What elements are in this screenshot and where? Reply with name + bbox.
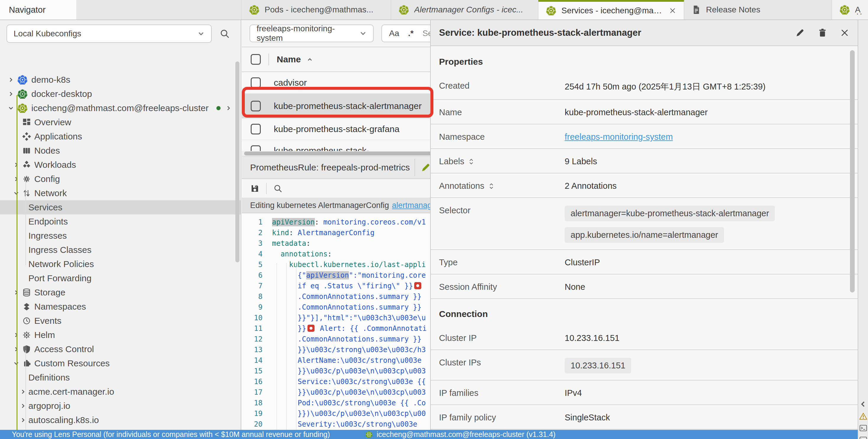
sidebar-item-label: Network: [34, 188, 67, 198]
sidebar-item-argoproj-io[interactable]: argoproj.io: [0, 399, 241, 413]
tab-pods-icecheng-mathmas[interactable]: Pods - icecheng@mathmas...: [242, 0, 391, 20]
sidebar-item-autoscaling-k8s-io[interactable]: autoscaling.k8s.io: [0, 413, 241, 427]
toolbar-divider: [266, 183, 267, 194]
terminal-icon[interactable]: [859, 436, 867, 439]
sort-icon[interactable]: [468, 158, 474, 165]
detail-row-name: Namekube-prometheus-stack-alertmanager: [431, 100, 858, 124]
sidebar-item-custom-resources[interactable]: Custom Resources: [0, 356, 241, 370]
chevron-down-icon[interactable]: [6, 105, 16, 111]
warning-icon[interactable]: [859, 412, 867, 420]
sidebar-item-docker-desktop[interactable]: docker-desktop: [0, 87, 241, 101]
detail-row-cluster-ip: Cluster IP10.233.16.151: [431, 326, 858, 350]
sidebar-item-label: Ingress Classes: [28, 245, 91, 255]
sidebar-item-storage[interactable]: Storage: [0, 285, 241, 300]
sidebar-item-definitions[interactable]: Definitions: [0, 370, 241, 385]
shield-icon: [21, 345, 33, 353]
collapse-icon[interactable]: [859, 400, 867, 408]
chevron-right-icon[interactable]: [12, 162, 21, 168]
row-checkbox[interactable]: [251, 77, 261, 88]
active-cluster-indicator-line: [17, 95, 18, 430]
sidebar-item-overview[interactable]: Overview: [0, 115, 241, 129]
bar-divider: [414, 159, 415, 176]
sort-icon[interactable]: [488, 182, 494, 190]
sidebar-item-acme-cert-manager-io[interactable]: acme.cert-manager.io: [0, 385, 241, 399]
line-number: 12: [242, 334, 270, 344]
chevron-right-icon[interactable]: [12, 176, 21, 182]
sidebar-item-workloads[interactable]: Workloads: [0, 158, 241, 172]
tab-services-icecheng-math[interactable]: Services - icecheng@math...: [538, 0, 684, 20]
row-checkbox[interactable]: [251, 145, 261, 151]
sidebar-item-label: Network Policies: [28, 259, 94, 269]
detail-scrollbar[interactable]: [850, 50, 855, 293]
sidebar-item-label: Services: [28, 202, 62, 212]
search-icon[interactable]: [219, 28, 230, 39]
namespace-link[interactable]: freeleaps-monitoring-system: [565, 132, 673, 141]
chevron-down-icon[interactable]: [12, 361, 21, 366]
row-label: Type: [439, 258, 458, 267]
tree-guide-line: [25, 180, 26, 265]
namespace-select[interactable]: freeleaps-monitoring-system: [250, 25, 374, 42]
sidebar-item-nodes[interactable]: Nodes: [0, 143, 241, 158]
helm-icon: [21, 331, 33, 339]
tab-release-notes[interactable]: Release Notes: [684, 0, 832, 20]
sidebar-item-events[interactable]: Events: [0, 314, 241, 328]
tab-alertmanager-configs-icec[interactable]: Alertmanager Configs - icec...: [391, 0, 538, 20]
regex-icon[interactable]: .*: [408, 29, 413, 38]
right-toolbar-strip: [858, 20, 868, 439]
sidebar-scrollbar[interactable]: [235, 62, 240, 262]
name-column-header[interactable]: Name: [277, 54, 301, 64]
chevron-right-icon[interactable]: [12, 346, 21, 352]
delete-icon[interactable]: [817, 28, 828, 38]
terminal-icon[interactable]: [859, 424, 867, 432]
chevron-right-icon[interactable]: [225, 105, 231, 111]
kubeconfig-select-value: Local Kubeconfigs: [13, 29, 81, 38]
sidebar-item-network[interactable]: Network: [0, 186, 241, 200]
select-all-checkbox[interactable]: [251, 54, 261, 65]
line-number: 2: [242, 228, 270, 238]
sidebar-item-label: Ingresses: [28, 231, 67, 241]
sidebar-item-cert-manager-io[interactable]: cert-manager.io: [0, 427, 241, 430]
kubeconfig-select[interactable]: Local Kubeconfigs: [6, 25, 212, 43]
sidebar-item-port-forwarding[interactable]: Port Forwarding: [0, 271, 241, 285]
apps-icon: [21, 132, 33, 141]
row-value: 2 Annotations: [565, 180, 843, 191]
row-value: ClusterIP: [565, 257, 843, 267]
chevron-right-icon[interactable]: [12, 332, 21, 338]
sidebar-item-services[interactable]: Services: [0, 200, 241, 214]
status-bar: You're using Lens Personal (for individu…: [0, 430, 858, 439]
match-case-icon[interactable]: Aa: [389, 29, 399, 38]
chevron-right-icon[interactable]: [12, 290, 21, 296]
sidebar-item-icecheng-mathmast-com-freeleaps-cluster[interactable]: icecheng@mathmast.com@freeleaps-cluster: [0, 101, 241, 115]
indent-guide: [276, 263, 277, 430]
sidebar-item-applications[interactable]: Applications: [0, 129, 241, 143]
close-icon[interactable]: [840, 28, 849, 37]
row-checkbox[interactable]: [251, 124, 261, 134]
sidebar-item-ingress-classes[interactable]: Ingress Classes: [0, 243, 241, 257]
line-number: 10: [242, 312, 270, 323]
sort-asc-icon[interactable]: [307, 57, 313, 62]
chevron-right-icon[interactable]: [18, 389, 28, 395]
chevron-right-icon[interactable]: [18, 403, 28, 409]
search-icon[interactable]: [273, 184, 283, 193]
sidebar-item-label: Endpoints: [28, 216, 68, 227]
sidebar-item-namespaces[interactable]: Namespaces: [0, 300, 241, 314]
sidebar-item-demo-k8s[interactable]: demo-k8s: [0, 73, 241, 87]
sidebar-item-network-policies[interactable]: Network Policies: [0, 257, 241, 271]
editing-banner-text: Editing kubernetes AlertmanagerConfig: [250, 201, 389, 210]
save-icon[interactable]: [250, 184, 259, 193]
tab-close-icon[interactable]: [669, 7, 676, 14]
edit-icon[interactable]: [421, 162, 431, 173]
chevron-down-icon[interactable]: [12, 190, 21, 196]
chevron-right-icon[interactable]: [18, 417, 28, 423]
sidebar-item-access-control[interactable]: Access Control: [0, 342, 241, 356]
chevron-right-icon[interactable]: [6, 91, 16, 97]
document-icon: [692, 5, 701, 15]
row-label: Name: [439, 107, 462, 117]
chevron-right-icon[interactable]: [6, 77, 16, 83]
sidebar-item-ingresses[interactable]: Ingresses: [0, 229, 241, 243]
edit-icon[interactable]: [795, 28, 805, 38]
sidebar-item-config[interactable]: Config: [0, 172, 241, 186]
detail-row-annotations: Annotations2 Annotations: [431, 173, 858, 198]
sidebar-item-helm[interactable]: Helm: [0, 328, 241, 342]
sidebar-item-endpoints[interactable]: Endpoints: [0, 214, 241, 229]
